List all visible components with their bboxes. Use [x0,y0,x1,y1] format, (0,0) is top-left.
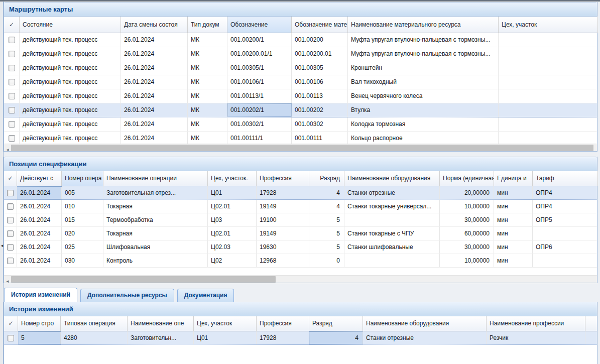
table-cell[interactable]: 015 [62,213,103,226]
table-cell[interactable]: 12968 [257,254,309,267]
table-cell[interactable]: мин [494,200,533,213]
table-cell[interactable] [344,213,440,226]
table-cell[interactable]: Станки отрезные [363,331,487,344]
column-header[interactable]: Наименование профессии [487,316,585,331]
checkbox-cell[interactable] [4,61,20,75]
checkbox-cell[interactable] [4,33,20,47]
table-cell[interactable]: 30,00000 [440,213,494,226]
row-checkbox[interactable] [9,37,15,43]
table-cell[interactable] [499,33,597,47]
table-cell[interactable]: 19149 [257,200,309,213]
table-row[interactable]: действующий тех. процесс26.01.2024МК001.… [4,89,597,103]
left-splitter[interactable]: ◄ [0,2,4,364]
checkbox-cell[interactable] [4,47,20,61]
table-cell[interactable]: МК [188,75,227,89]
route-maps-hscrollbar[interactable]: ◄ [4,144,597,151]
table-cell[interactable]: 020 [62,227,103,240]
table-cell[interactable] [499,75,597,89]
table-cell[interactable]: МК [188,89,227,103]
scroll-left-button[interactable]: ◄ [4,144,11,151]
row-checkbox[interactable] [7,230,14,237]
table-cell[interactable]: 30,00000 [440,240,494,254]
checkbox-cell[interactable] [4,213,17,226]
column-header[interactable]: Обозначение [227,17,292,33]
column-header[interactable]: Действует с [17,171,62,186]
table-cell[interactable]: 10,00000 [440,200,494,213]
table-cell[interactable]: 001.00200/1 [227,33,292,47]
table-cell[interactable]: 025 [62,240,103,254]
column-header[interactable]: Единица и [494,171,533,186]
table-cell[interactable]: 26.01.2024 [17,213,62,226]
column-header[interactable]: Обозначение мате [292,17,348,33]
table-cell[interactable]: мин [494,186,533,199]
table-cell[interactable]: действующий тех. процесс [20,132,121,144]
table-cell[interactable]: 20,00000 [440,186,494,199]
table-cell[interactable]: 26.01.2024 [121,117,188,131]
table-cell[interactable]: Контроль [103,254,208,267]
column-header[interactable]: Наименование оборудования [363,316,487,331]
table-cell[interactable]: МК [188,33,227,47]
checkbox-cell[interactable] [4,240,17,254]
select-all-column-header[interactable]: ✓ [4,316,18,331]
row-checkbox[interactable] [8,335,14,341]
table-cell[interactable]: 0 [309,254,344,267]
table-row[interactable]: действующий тех. процесс26.01.2024МК001.… [4,103,597,117]
row-checkbox[interactable] [9,107,15,113]
table-row[interactable]: 26.01.2024015ТермообработкаЦ0319100530,0… [4,213,597,227]
scroll-left-button[interactable]: ◄ [4,276,11,283]
row-checkbox[interactable] [9,135,15,142]
table-cell[interactable]: Венец червячного колеса [348,89,499,103]
table-cell[interactable]: 17928 [257,331,309,344]
row-checkbox[interactable] [7,203,14,210]
table-cell[interactable]: 001.00302/1 [227,117,292,131]
table-cell[interactable]: Резчик [487,331,585,344]
checkbox-cell[interactable] [4,254,17,267]
table-cell[interactable]: 001.00305 [292,61,348,75]
table-cell[interactable]: 001.00200.01/1 [227,47,292,61]
column-header[interactable]: Наименование операции [103,171,208,186]
table-cell[interactable]: Ц01 [208,186,257,199]
table-row[interactable]: 26.01.2024025ШлифовальнаяЦ02.03196305Ста… [4,240,597,254]
table-cell[interactable]: 001.00202 [292,103,348,117]
table-cell[interactable]: 19100 [257,213,309,226]
column-header[interactable]: Наименование опе [128,316,194,331]
table-row[interactable]: 26.01.2024020ТокарнаяЦ02.01191495Станки … [4,227,597,240]
column-header[interactable]: Наименование материального ресурса [348,17,499,33]
table-cell[interactable]: Втулка [348,103,499,117]
table-cell[interactable]: МК [188,61,227,75]
checkbox-cell[interactable] [4,132,20,144]
table-cell[interactable]: 001.00111/1 [227,132,292,144]
table-cell[interactable]: Муфта упругая втулочно-пальцевая с тормо… [348,47,499,61]
select-all-column-header[interactable]: ✓ [4,171,17,186]
row-checkbox[interactable] [7,217,14,223]
column-header[interactable]: Номер стро [18,316,61,331]
table-cell[interactable]: ОПР4 [533,186,597,199]
scrollbar-thumb[interactable] [11,276,276,283]
table-cell[interactable]: мин [494,240,533,254]
table-cell[interactable]: 26.01.2024 [17,254,62,267]
row-checkbox[interactable] [7,258,14,264]
column-header[interactable]: Профессия [257,316,309,331]
table-cell[interactable]: действующий тех. процесс [20,61,121,75]
table-cell[interactable]: МК [188,117,227,131]
table-cell[interactable]: 17928 [257,186,309,199]
table-row[interactable]: 26.01.2024030КонтрольЦ0212968010,00000ми… [4,254,597,268]
table-cell[interactable]: действующий тех. процесс [20,117,121,131]
table-cell[interactable]: 4 [309,200,344,213]
row-checkbox[interactable] [9,93,15,99]
table-cell[interactable]: ОПР6 [533,240,597,254]
table-cell[interactable]: Шлифовальная [103,240,208,254]
table-cell[interactable]: 19630 [257,240,309,254]
table-cell[interactable]: Токарная [103,227,208,240]
table-cell[interactable]: 001.00113 [292,89,348,103]
table-cell[interactable] [499,103,597,117]
table-cell[interactable]: 26.01.2024 [121,132,188,144]
table-cell[interactable]: Станки токарные универсал... [344,200,440,213]
table-cell[interactable]: 4 [309,331,363,344]
table-cell[interactable]: Муфта упругая втулочно-пальцевая с тормо… [348,33,499,47]
table-cell[interactable]: 26.01.2024 [121,33,188,47]
column-header[interactable]: Цех, участок [194,316,257,331]
table-cell[interactable]: действующий тех. процесс [20,33,121,47]
table-cell[interactable]: 5 [18,331,61,344]
table-cell[interactable]: 001.00106/1 [227,75,292,89]
